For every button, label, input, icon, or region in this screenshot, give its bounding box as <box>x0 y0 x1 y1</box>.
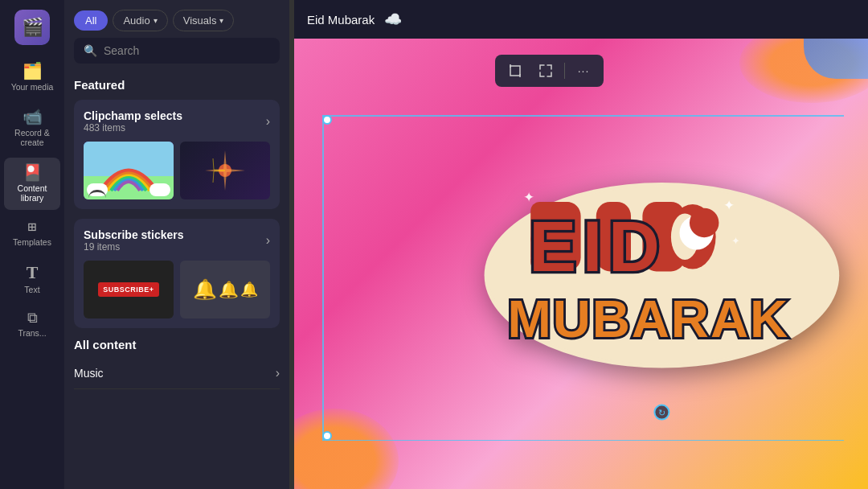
thumbnail-bells: 🔔🔔🔔 <box>180 261 270 318</box>
sidebar-item-text[interactable]: T Text <box>4 257 60 302</box>
title-bar: Eid Mubarak ☁️ <box>294 0 868 39</box>
search-input[interactable] <box>104 44 270 57</box>
selection-line-left <box>322 115 324 441</box>
selection-handle-tl[interactable] <box>322 115 332 125</box>
svg-rect-1 <box>510 66 520 76</box>
svg-point-18 <box>690 208 719 237</box>
chevron-down-icon: ▾ <box>219 16 223 25</box>
content-library-icon: 🎴 <box>23 164 43 180</box>
featured-card-subscribe[interactable]: Subscribe stickers 19 items › SUBSCRIBE+ <box>74 219 280 328</box>
card-title: Clipchamp selects <box>84 109 182 122</box>
sidebar-item-templates[interactable]: ⊞ Templates <box>4 213 60 254</box>
floating-toolbar: ··· <box>495 55 604 87</box>
record-icon: 📹 <box>23 109 43 125</box>
selection-line-top <box>322 115 844 117</box>
sidebar-item-label: Text <box>24 285 39 295</box>
thumbnail-sparkle <box>180 142 270 199</box>
sidebar-item-record-create[interactable]: 📹 Record & create <box>4 102 60 154</box>
visuals-label: Visuals <box>183 14 217 27</box>
canvas-area: Eid Mubarak ☁️ <box>294 0 868 489</box>
chevron-right-icon: › <box>266 114 270 129</box>
search-icon: 🔍 <box>84 44 97 57</box>
chevron-down-icon: ▾ <box>154 16 158 25</box>
svg-text:✦: ✦ <box>731 235 740 247</box>
sidebar-item-label: Templates <box>13 237 51 248</box>
bottom-left-decor <box>294 401 399 489</box>
cloud-sync-icon: ☁️ <box>384 10 402 28</box>
thumbnail-subscribe: SUBSCRIBE+ <box>84 261 174 318</box>
panel-content: Featured Clipchamp selects 483 items › <box>64 72 289 489</box>
fit-button[interactable] <box>534 60 558 82</box>
crop-button[interactable] <box>503 60 527 82</box>
sidebar-item-transitions[interactable]: ⧉ Trans... <box>4 304 60 345</box>
app-logo: 🎬 <box>14 10 50 45</box>
thumbnail-rainbow <box>84 142 174 199</box>
content-panel: All Audio ▾ Visuals ▾ 🔍 Featured <box>64 0 289 489</box>
filter-all-button[interactable]: All <box>74 10 108 31</box>
sidebar-item-label: Record & create <box>14 128 50 148</box>
featured-section-title: Featured <box>74 78 280 92</box>
svg-text:✦: ✦ <box>723 197 735 213</box>
sidebar-item-label: Your media <box>11 82 54 92</box>
card-thumbnails <box>84 142 270 199</box>
more-options-button[interactable]: ··· <box>571 60 596 82</box>
audio-label: Audio <box>123 14 149 27</box>
card-info: Subscribe stickers 19 items <box>84 228 184 253</box>
your-media-icon: 🗂️ <box>23 63 43 79</box>
templates-icon: ⊞ <box>28 220 37 234</box>
card-header: Subscribe stickers 19 items › <box>84 228 270 253</box>
sidebar-item-content-library[interactable]: 🎴 Content library <box>4 158 60 210</box>
chevron-right-icon: › <box>266 233 270 248</box>
music-row[interactable]: Music › <box>74 358 280 389</box>
svg-text:EID: EID <box>530 208 666 287</box>
music-label: Music <box>74 367 104 380</box>
filter-bar: All Audio ▾ Visuals ▾ <box>64 0 289 38</box>
card-count: 483 items <box>84 122 182 134</box>
filter-visuals-button[interactable]: Visuals ▾ <box>173 10 235 31</box>
sidebar-item-label: Content library <box>18 183 47 203</box>
rotation-handle[interactable]: ↻ <box>654 405 670 421</box>
search-bar: 🔍 <box>74 38 280 64</box>
featured-card-clipchamp[interactable]: Clipchamp selects 483 items › <box>74 100 280 209</box>
text-icon: T <box>27 264 39 281</box>
chevron-right-icon: › <box>276 366 280 380</box>
transitions-icon: ⧉ <box>27 310 38 325</box>
toolbar-divider <box>564 63 565 79</box>
card-header: Clipchamp selects 483 items › <box>84 109 270 134</box>
all-content-title: All content <box>74 338 280 351</box>
eid-sticker: ✦ ✦ ✦ MUBARAK EID ↻ <box>469 139 855 397</box>
sidebar-item-label: Trans... <box>18 328 46 339</box>
card-title: Subscribe stickers <box>84 228 184 241</box>
project-title: Eid Mubarak <box>307 13 375 27</box>
canvas-background: ··· <box>294 39 868 489</box>
card-thumbnails: SUBSCRIBE+ 🔔🔔🔔 <box>84 261 270 318</box>
filter-audio-button[interactable]: Audio ▾ <box>113 10 167 31</box>
selection-line-bottom <box>322 440 844 442</box>
svg-text:✦: ✦ <box>523 189 534 205</box>
card-info: Clipchamp selects 483 items <box>84 109 182 134</box>
card-count: 19 items <box>84 241 184 253</box>
sidebar: 🎬 🗂️ Your media 📹 Record & create 🎴 Cont… <box>0 0 64 489</box>
sidebar-item-your-media[interactable]: 🗂️ Your media <box>4 56 60 99</box>
svg-text:MUBARAK: MUBARAK <box>508 290 790 348</box>
